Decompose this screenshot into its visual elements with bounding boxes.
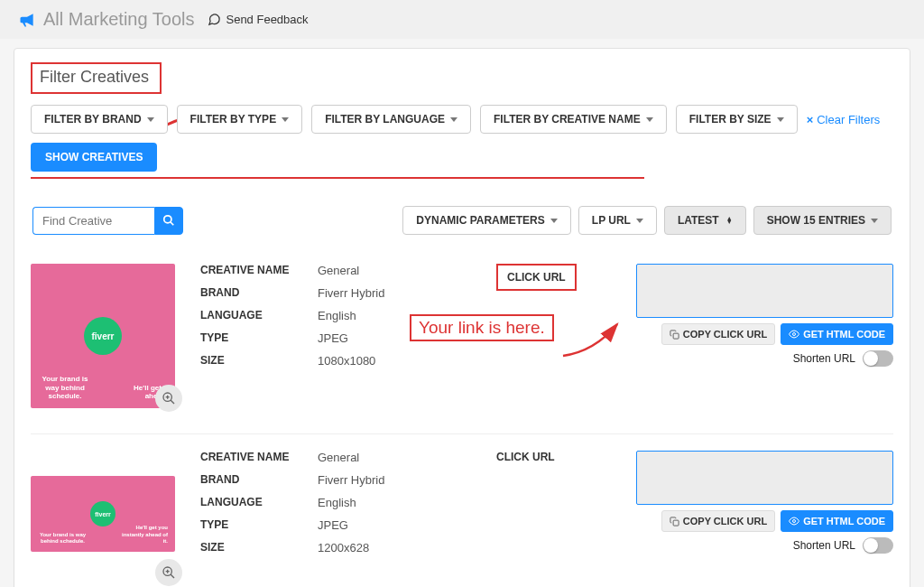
show-creatives-button[interactable]: SHOW CREATIVES (31, 143, 157, 172)
label-creative-name: CREATIVE NAME (200, 264, 318, 277)
click-url-label: CLICK URL (496, 264, 577, 291)
copy-icon (670, 517, 679, 526)
label-language: LANGUAGE (200, 496, 318, 509)
zoom-in-icon (162, 565, 176, 580)
search-button[interactable] (154, 207, 183, 235)
value-language: English (318, 309, 356, 322)
click-url-box[interactable] (636, 264, 893, 318)
value-type: JPEG (318, 518, 348, 532)
caret-down-icon (147, 117, 154, 122)
label-type: TYPE (200, 518, 318, 532)
svg-point-0 (164, 216, 171, 223)
page-title-text: All Marketing Tools (43, 9, 194, 30)
sort-latest-button[interactable]: LATEST▲▼ (664, 206, 746, 235)
filter-type-button[interactable]: FILTER BY TYPE (177, 105, 303, 134)
value-brand: Fiverr Hybrid (318, 473, 384, 487)
creative-row: fiverr Your brand is way behind schedule… (31, 247, 893, 434)
label-brand: BRAND (200, 473, 318, 487)
filter-creative-name-button[interactable]: FILTER BY CREATIVE NAME (480, 105, 667, 134)
label-size: SIZE (200, 354, 318, 368)
x-icon: × (807, 113, 814, 126)
value-type: JPEG (318, 331, 348, 345)
filter-size-button[interactable]: FILTER BY SIZE (676, 105, 798, 134)
caret-down-icon (871, 219, 878, 223)
shorten-url-toggle[interactable] (863, 537, 893, 554)
creative-row: fiverr Your brand is way behind schedule… (31, 434, 893, 587)
filter-brand-button[interactable]: FILTER BY BRAND (31, 105, 168, 134)
annotation-callout: Your link is here. (410, 314, 554, 341)
zoom-button[interactable] (155, 385, 182, 412)
caret-down-icon (636, 219, 643, 223)
caret-down-icon (450, 117, 457, 122)
eye-icon (789, 516, 799, 526)
filter-language-button[interactable]: FILTER BY LANGUAGE (311, 105, 471, 134)
value-creative-name: General (318, 264, 359, 277)
svg-line-9 (171, 574, 174, 578)
zoom-button[interactable] (155, 559, 182, 586)
brand-badge: fiverr (84, 317, 122, 355)
shorten-url-label: Shorten URL (793, 539, 855, 552)
svg-rect-12 (673, 520, 679, 526)
caret-down-icon (777, 117, 784, 122)
value-creative-name: General (318, 451, 359, 464)
svg-rect-6 (673, 333, 679, 339)
caret-down-icon (282, 117, 289, 122)
filter-heading: Filter Creatives (31, 62, 162, 94)
shorten-url-label: Shorten URL (793, 352, 855, 365)
filter-row: FILTER BY BRAND FILTER BY TYPE FILTER BY… (31, 105, 893, 172)
lp-url-button[interactable]: LP URL (578, 206, 657, 235)
search-icon (162, 214, 175, 227)
copy-click-url-button[interactable]: COPY CLICK URL (661, 323, 775, 345)
copy-click-url-button[interactable]: COPY CLICK URL (661, 510, 775, 532)
brand-badge: fiverr (90, 501, 116, 526)
page-title: All Marketing Tools (18, 9, 194, 30)
value-language: English (318, 496, 356, 509)
svg-point-7 (793, 333, 796, 336)
comment-icon (208, 13, 221, 26)
caret-down-icon (646, 117, 653, 122)
creative-thumbnail[interactable]: fiverr Your brand is way behind schedule… (31, 264, 184, 408)
annotation-underline (31, 177, 644, 179)
label-brand: BRAND (200, 286, 318, 300)
get-html-code-button[interactable]: GET HTML CODE (781, 323, 893, 345)
svg-point-13 (793, 520, 796, 523)
copy-icon (670, 330, 679, 340)
show-entries-button[interactable]: SHOW 15 ENTRIES (753, 206, 892, 235)
shorten-url-toggle[interactable] (863, 350, 893, 367)
label-size: SIZE (200, 541, 318, 554)
value-brand: Fiverr Hybrid (318, 286, 384, 300)
zoom-in-icon (162, 391, 176, 405)
click-url-box[interactable] (636, 451, 893, 505)
bullhorn-icon (18, 11, 36, 29)
label-language: LANGUAGE (200, 309, 318, 322)
search-input[interactable] (32, 207, 154, 235)
sort-icon: ▲▼ (726, 217, 733, 224)
eye-icon (789, 329, 799, 340)
caret-down-icon (550, 219, 558, 223)
label-creative-name: CREATIVE NAME (200, 451, 318, 464)
click-url-label: CLICK URL (496, 451, 555, 463)
value-size: 1080x1080 (318, 354, 375, 368)
value-size: 1200x628 (318, 541, 369, 554)
get-html-code-button[interactable]: GET HTML CODE (781, 510, 893, 532)
creative-thumbnail[interactable]: fiverr Your brand is way behind schedule… (31, 451, 184, 577)
label-type: TYPE (200, 331, 318, 345)
send-feedback-link[interactable]: Send Feedback (208, 13, 308, 26)
dynamic-parameters-button[interactable]: DYNAMIC PARAMETERS (402, 206, 570, 235)
svg-line-1 (171, 222, 174, 226)
clear-filters-link[interactable]: ×Clear Filters (807, 113, 881, 126)
svg-line-3 (171, 400, 174, 404)
search-group (32, 207, 183, 235)
